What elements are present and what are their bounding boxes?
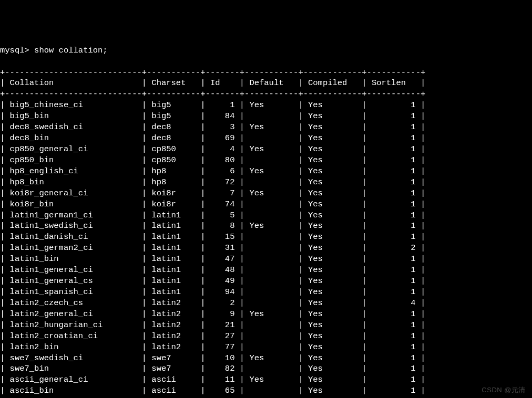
table-row: | latin1_swedish_ci | latin1 | 8 | Yes |… (0, 221, 532, 232)
table-row: | latin1_general_cs | latin1 | 49 | | Ye… (0, 276, 532, 287)
table-row: | latin1_german1_ci | latin1 | 5 | | Yes… (0, 210, 532, 221)
table-row: | ascii_bin | ascii | 65 | | Yes | 1 | (0, 385, 532, 396)
table-row: | dec8_swedish_ci | dec8 | 3 | Yes | Yes… (0, 122, 532, 133)
table-row: | ascii_general_ci | ascii | 11 | Yes | … (0, 374, 532, 385)
table-row: | big5_chinese_ci | big5 | 1 | Yes | Yes… (0, 100, 532, 111)
table-row: | hp8_bin | hp8 | 72 | | Yes | 1 | (0, 177, 532, 188)
table-separator: +----------------------------+----------… (0, 89, 532, 100)
table-row: | latin2_hungarian_ci | latin2 | 21 | | … (0, 320, 532, 331)
table-row: | latin1_bin | latin1 | 47 | | Yes | 1 | (0, 254, 532, 265)
table-row: | latin1_spanish_ci | latin1 | 94 | | Ye… (0, 287, 532, 298)
table-separator: +----------------------------+----------… (0, 67, 532, 78)
table-header: | Collation | Charset | Id | Default | C… (0, 78, 532, 89)
table-row: | latin2_croatian_ci | latin2 | 27 | | Y… (0, 331, 532, 342)
table-row: | cp850_bin | cp850 | 80 | | Yes | 1 | (0, 155, 532, 166)
table-row: | koi8r_bin | koi8r | 74 | | Yes | 1 | (0, 199, 532, 210)
table-row: | dec8_bin | dec8 | 69 | | Yes | 1 | (0, 133, 532, 144)
table-row: | latin2_czech_cs | latin2 | 2 | | Yes |… (0, 298, 532, 309)
mysql-prompt[interactable]: mysql> show collation; (0, 45, 532, 56)
table-row: | hp8_english_ci | hp8 | 6 | Yes | Yes |… (0, 166, 532, 177)
table-row: | latin2_general_ci | latin2 | 9 | Yes |… (0, 309, 532, 320)
collation-table-output: +----------------------------+----------… (0, 67, 532, 398)
table-row: | latin2_bin | latin2 | 77 | | Yes | 1 | (0, 342, 532, 353)
table-row: | big5_bin | big5 | 84 | | Yes | 1 | (0, 111, 532, 122)
table-row: | swe7_swedish_ci | swe7 | 10 | Yes | Ye… (0, 353, 532, 364)
table-row: | latin1_general_ci | latin1 | 48 | | Ye… (0, 265, 532, 276)
table-row: | latin1_german2_ci | latin1 | 31 | | Ye… (0, 243, 532, 254)
table-row: | latin1_danish_ci | latin1 | 15 | | Yes… (0, 232, 532, 243)
table-row: | koi8r_general_ci | koi8r | 7 | Yes | Y… (0, 188, 532, 199)
watermark: CSDN @元清 (482, 385, 526, 395)
table-row: | swe7_bin | swe7 | 82 | | Yes | 1 | (0, 363, 532, 374)
table-row: | cp850_general_ci | cp850 | 4 | Yes | Y… (0, 144, 532, 155)
